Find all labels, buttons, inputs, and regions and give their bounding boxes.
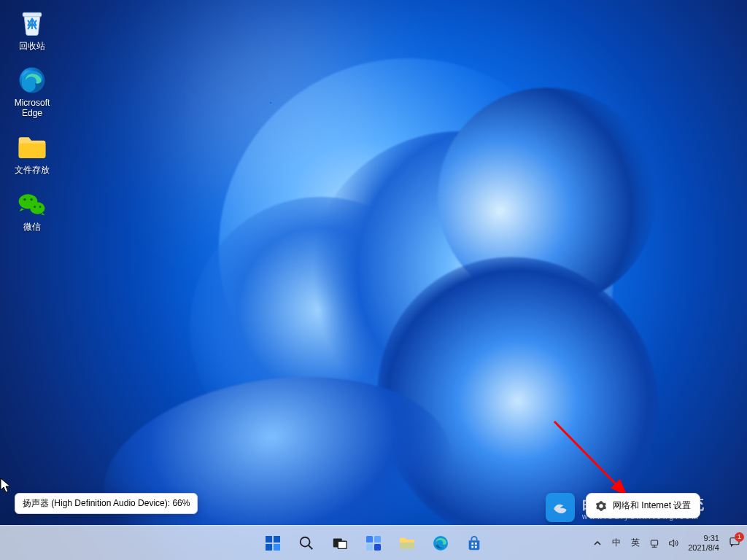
search-icon bbox=[298, 535, 314, 551]
svg-point-7 bbox=[39, 206, 42, 208]
svg-point-4 bbox=[23, 198, 26, 201]
tray-ime-mode-button[interactable]: 英 bbox=[627, 529, 644, 558]
folder-icon bbox=[16, 131, 48, 163]
svg-point-5 bbox=[30, 198, 32, 201]
desktop-icons: 回收站 Microsoft Edge 文件存放 微信 bbox=[4, 4, 60, 235]
widgets-button[interactable] bbox=[359, 529, 388, 558]
svg-point-6 bbox=[34, 206, 36, 208]
svg-point-3 bbox=[30, 202, 44, 214]
clock-date: 2021/8/4 bbox=[688, 543, 719, 553]
svg-rect-24 bbox=[471, 545, 473, 548]
desktop-icon-label: 文件存放 bbox=[15, 165, 50, 175]
tray-volume-button[interactable] bbox=[665, 529, 682, 558]
svg-line-14 bbox=[309, 545, 313, 549]
notification-badge: 1 bbox=[735, 532, 744, 542]
desktop-icon-label: 微信 bbox=[23, 222, 41, 232]
svg-rect-19 bbox=[366, 544, 373, 551]
store-icon bbox=[466, 535, 482, 551]
system-tray: 中 英 9:31 2021/8/4 1 bbox=[589, 526, 744, 560]
network-icon bbox=[649, 537, 660, 549]
tray-ime-button[interactable]: 中 bbox=[608, 529, 625, 558]
svg-rect-17 bbox=[366, 536, 373, 542]
windows-logo-icon bbox=[264, 534, 282, 552]
svg-rect-20 bbox=[374, 544, 381, 551]
speaker-icon bbox=[667, 537, 679, 549]
task-view-button[interactable] bbox=[325, 529, 355, 558]
edge-button[interactable] bbox=[426, 529, 455, 558]
clock-time: 9:31 bbox=[688, 534, 719, 543]
edge-icon bbox=[432, 534, 449, 552]
notification-button[interactable]: 1 bbox=[725, 529, 744, 558]
tray-network-button[interactable] bbox=[646, 529, 663, 558]
svg-rect-22 bbox=[471, 542, 473, 545]
task-view-icon bbox=[332, 535, 348, 551]
desktop-icon-label: 回收站 bbox=[19, 41, 45, 51]
search-button[interactable] bbox=[292, 529, 321, 558]
svg-rect-10 bbox=[274, 536, 280, 542]
file-explorer-button[interactable] bbox=[392, 529, 422, 558]
svg-rect-25 bbox=[475, 545, 477, 548]
svg-point-13 bbox=[301, 537, 310, 546]
desktop-icon-label: Microsoft Edge bbox=[15, 98, 50, 118]
start-button[interactable] bbox=[258, 529, 287, 558]
svg-rect-18 bbox=[374, 536, 381, 542]
taskbar-center bbox=[258, 526, 489, 560]
folder-icon bbox=[398, 534, 416, 552]
svg-rect-23 bbox=[475, 542, 477, 545]
svg-rect-26 bbox=[651, 540, 658, 545]
gear-icon bbox=[595, 500, 607, 512]
cursor-icon bbox=[0, 478, 12, 494]
desktop[interactable]: 白云一键重装系统 www.baiyunxitong.com 回收站 Micros… bbox=[0, 0, 747, 560]
network-settings-label: 网络和 Internet 设置 bbox=[613, 499, 691, 512]
store-button[interactable] bbox=[460, 529, 489, 558]
desktop-icon-wechat[interactable]: 微信 bbox=[4, 185, 60, 235]
svg-rect-11 bbox=[266, 544, 272, 551]
svg-rect-9 bbox=[266, 536, 272, 542]
taskbar-clock[interactable]: 9:31 2021/8/4 bbox=[684, 534, 724, 553]
tray-overflow-button[interactable] bbox=[589, 529, 606, 558]
svg-rect-0 bbox=[23, 12, 42, 16]
ime-punct-icon: 英 bbox=[631, 537, 640, 549]
network-settings-menu-item[interactable]: 网络和 Internet 设置 bbox=[589, 497, 697, 515]
desktop-icon-recycle-bin[interactable]: 回收站 bbox=[4, 4, 60, 54]
desktop-icon-edge[interactable]: Microsoft Edge bbox=[4, 61, 60, 121]
widgets-icon bbox=[365, 534, 382, 552]
svg-rect-16 bbox=[338, 541, 347, 548]
chevron-up-icon bbox=[593, 539, 602, 548]
speaker-tooltip: 扬声器 (High Definition Audio Device): 66% bbox=[15, 493, 198, 514]
speaker-tooltip-text: 扬声器 (High Definition Audio Device): 66% bbox=[23, 498, 190, 508]
ime-icon: 中 bbox=[612, 537, 621, 549]
wechat-icon bbox=[16, 188, 48, 220]
recycle-bin-icon bbox=[16, 7, 48, 39]
desktop-icon-folder[interactable]: 文件存放 bbox=[4, 128, 60, 178]
edge-icon bbox=[16, 64, 48, 96]
watermark-logo-icon bbox=[546, 493, 575, 522]
network-context-menu: 网络和 Internet 设置 bbox=[586, 493, 700, 518]
svg-rect-12 bbox=[274, 544, 280, 551]
taskbar: 中 英 9:31 2021/8/4 1 bbox=[0, 525, 747, 560]
